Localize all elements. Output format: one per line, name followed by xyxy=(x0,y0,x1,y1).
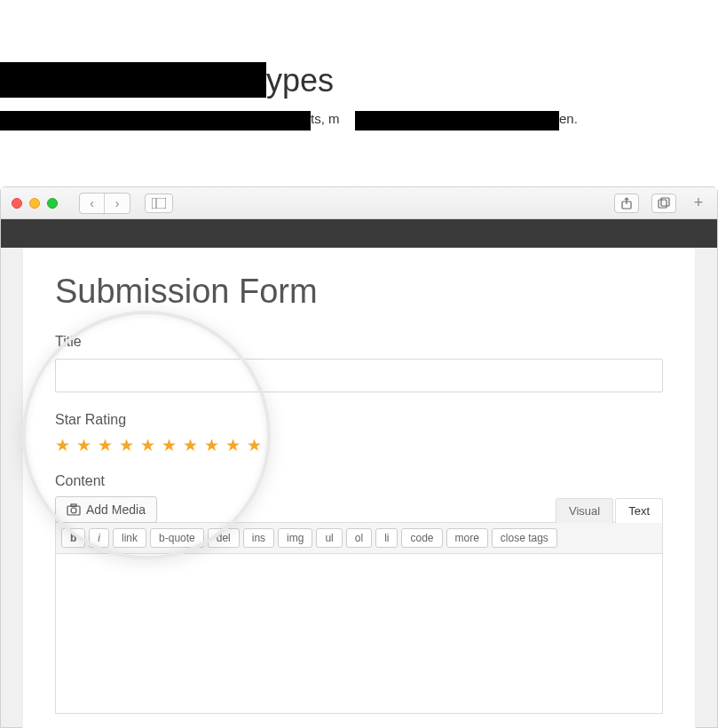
svg-point-7 xyxy=(71,508,76,513)
heading-fragment: ypes xyxy=(266,62,334,99)
camera-icon xyxy=(67,502,81,517)
back-button[interactable]: ‹ xyxy=(80,194,105,213)
star-icon[interactable]: ★ xyxy=(183,437,198,454)
star-icon[interactable]: ★ xyxy=(119,437,134,454)
qt-li[interactable]: li xyxy=(375,528,398,548)
redaction-bar xyxy=(0,62,266,98)
redaction-bar xyxy=(355,111,559,131)
content-label: Content xyxy=(55,473,663,489)
qt-italic[interactable]: i xyxy=(89,528,109,548)
browser-toolbar: ‹ › + xyxy=(1,187,717,219)
subtext-fragment: ts, m xyxy=(311,111,340,126)
browser-window: ‹ › + xyxy=(0,186,718,728)
nav-buttons: ‹ › xyxy=(79,193,130,214)
svg-rect-0 xyxy=(152,198,166,209)
svg-rect-4 xyxy=(659,200,667,208)
add-media-button[interactable]: Add Media xyxy=(55,496,157,523)
qt-close[interactable]: close tags xyxy=(492,528,557,548)
svg-rect-8 xyxy=(71,504,76,507)
star-icon[interactable]: ★ xyxy=(247,437,262,454)
star-rating[interactable]: ★ ★ ★ ★ ★ ★ ★ ★ ★ ★ xyxy=(55,437,663,454)
qt-code[interactable]: code xyxy=(401,528,442,548)
new-tab-button[interactable]: + xyxy=(690,194,706,213)
minimize-window-button[interactable] xyxy=(29,198,40,209)
star-icon[interactable]: ★ xyxy=(55,437,70,454)
star-icon[interactable]: ★ xyxy=(162,437,177,454)
star-icon[interactable]: ★ xyxy=(140,437,155,454)
sidebar-toggle-button[interactable] xyxy=(145,194,173,213)
title-label: Title xyxy=(55,334,663,350)
maximize-window-button[interactable] xyxy=(47,198,58,209)
close-window-button[interactable] xyxy=(12,198,22,209)
sidebar-icon xyxy=(152,198,166,209)
share-button[interactable] xyxy=(614,194,639,213)
subtext-fragment: en. xyxy=(559,111,578,126)
add-media-label: Add Media xyxy=(86,502,146,517)
page-content: Submission Form Title Star Rating ★ ★ ★ … xyxy=(22,248,696,728)
forward-button[interactable]: › xyxy=(105,194,130,213)
chevron-left-icon: ‹ xyxy=(90,196,94,210)
qt-ul[interactable]: ul xyxy=(316,528,342,548)
form-heading: Submission Form xyxy=(55,273,663,311)
visual-tab[interactable]: Visual xyxy=(556,498,613,523)
chevron-right-icon: › xyxy=(115,196,120,210)
text-tab[interactable]: Text xyxy=(615,498,663,523)
star-rating-label: Star Rating xyxy=(55,412,663,428)
star-icon[interactable]: ★ xyxy=(204,437,219,454)
redaction-bar xyxy=(0,111,311,131)
qt-bold[interactable]: b xyxy=(61,528,85,548)
traffic-lights xyxy=(12,198,58,209)
tabs-button[interactable] xyxy=(651,194,676,213)
tabs-icon xyxy=(658,197,670,210)
qt-img[interactable]: img xyxy=(278,528,312,548)
svg-rect-5 xyxy=(661,198,669,206)
title-input[interactable] xyxy=(55,359,663,392)
star-icon[interactable]: ★ xyxy=(76,437,91,454)
qt-del[interactable]: del xyxy=(208,528,240,548)
qt-link[interactable]: link xyxy=(113,528,146,548)
star-icon[interactable]: ★ xyxy=(225,437,241,454)
admin-bar xyxy=(1,219,717,248)
content-textarea[interactable] xyxy=(55,554,663,714)
qt-ol[interactable]: ol xyxy=(346,528,372,548)
share-icon xyxy=(620,197,633,210)
qt-bquote[interactable]: b-quote xyxy=(150,528,204,548)
plus-icon: + xyxy=(694,194,704,212)
qt-more[interactable]: more xyxy=(446,528,488,548)
qt-ins[interactable]: ins xyxy=(243,528,274,548)
star-icon[interactable]: ★ xyxy=(98,437,113,454)
